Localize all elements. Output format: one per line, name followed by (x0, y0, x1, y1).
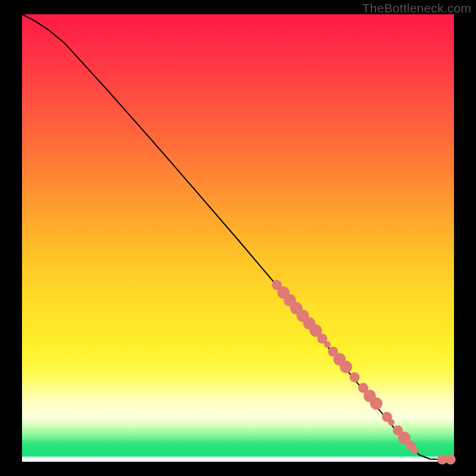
watermark-text: TheBottleneck.com (362, 1, 471, 15)
curve-marker-21 (412, 448, 418, 455)
curve-marker-8 (324, 342, 331, 348)
curve-marker-12 (350, 372, 360, 382)
bottleneck-curve (22, 14, 454, 459)
plot-area (22, 14, 454, 462)
chart-stage: TheBottleneck.com (0, 0, 476, 476)
plot-svg (22, 14, 454, 462)
curve-marker-15 (370, 397, 383, 410)
curve-marker-11 (340, 361, 352, 373)
curve-marker-17 (388, 419, 394, 425)
curve-marker-23 (446, 455, 456, 465)
curve-markers (272, 280, 456, 465)
